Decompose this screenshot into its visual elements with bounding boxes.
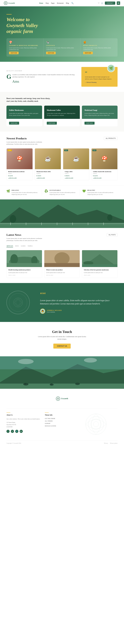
testimonial-avatar: 👩 [40, 308, 45, 314]
news-info-1: Where to taste our produce Lorem ipsum d… [44, 267, 80, 278]
navbar: Gwyneth Home Shop Pages Restaurant Blog … [0, 0, 124, 6]
product-badge-2: NEW [64, 150, 68, 151]
boost-card-title-1: Mushroom Coffee [47, 109, 77, 111]
boost-card-body-0: SHOP NOW [6, 119, 42, 126]
news-text-0: Lorem ipsum dolor sit amet per wisi [8, 272, 40, 274]
svg-rect-14 [72, 222, 73, 225]
search-icon[interactable]: 🔍 [71, 2, 73, 4]
add-to-cart-btn-0[interactable]: + ADD TO CART [8, 177, 31, 178]
nav-restaurant[interactable]: Restaurant [57, 2, 63, 4]
svg-rect-10 [10, 222, 11, 225]
svg-point-48 [91, 419, 101, 430]
menu-button[interactable] [117, 2, 120, 5]
contact-button[interactable]: CONTACT [105, 2, 115, 5]
testimonial-author-info: ANDREA WILSON OUR FARMER [47, 310, 62, 313]
footer-twitter-link[interactable]: 🐦 [15, 430, 18, 433]
hero-shop-btn-1[interactable]: SHOP NOW [46, 52, 56, 54]
product-info-2: Chaga coffee Grade A $ 10.0 $ + ADD TO C… [63, 169, 89, 180]
svg-point-47 [88, 416, 104, 432]
svg-rect-13 [57, 222, 57, 225]
footer-yellow-accent [6, 412, 10, 413]
all-posts-button[interactable]: ALL POSTS [107, 233, 118, 236]
nav-pages[interactable]: Pages [51, 2, 55, 4]
footer-logo: Gwyneth [56, 396, 68, 401]
svg-point-42 [18, 359, 34, 364]
nav-logo[interactable]: Gwyneth [4, 1, 15, 5]
add-to-cart-btn-3[interactable]: + ADD TO CART [93, 177, 116, 178]
feature-organic-title: ORGANIC [11, 190, 39, 191]
add-to-cart-btn-2[interactable]: + ADD TO CART [65, 177, 88, 178]
contact-button[interactable]: CONTACT US [53, 344, 71, 348]
product-card-2: ☕ NEW Chaga coffee Grade A $ 10.0 $ + AD… [63, 148, 89, 180]
nav-home[interactable]: Home [39, 2, 43, 4]
footer-terms-link[interactable]: Privacy [104, 442, 108, 444]
news-tab-0[interactable]: ARTICLES [6, 245, 13, 248]
footer-youtube-link[interactable]: ▶ [20, 430, 23, 433]
boost-card-coffee: Mushroom Coffee Lorem dolor sit amet nul… [44, 106, 80, 126]
footer-theme-link-0[interactable]: GET THIS THEME [45, 418, 79, 419]
quality-section: QUALITY ASSURED G wyneth is accessibilit… [0, 62, 124, 92]
product-image-2: ☕ NEW [63, 148, 89, 169]
quality-g: G [6, 74, 11, 80]
product-card-0: 🍄 SALE Reishi mushroom medicine Grade A … [6, 148, 33, 180]
farm-photo [0, 200, 124, 228]
nav-blog[interactable]: Blog [66, 2, 69, 4]
boost-shop-btn-1[interactable]: SHOP NOW [47, 122, 57, 124]
quality-right: 🌿 “ Lorem ipsum dolor sit amet saesupit … [81, 67, 118, 87]
testimonial-circle-inner [9, 294, 27, 312]
boost-shop-btn-0[interactable]: SHOP NOW [9, 122, 19, 124]
footer-theme-links: GET THIS THEME ALL THEMES SUPPORT MANAGE… [45, 418, 79, 427]
boost-card-body-2: SHOP NOW [82, 119, 118, 126]
footer-theme-link-3[interactable]: MANAGE LICENSE [45, 425, 79, 427]
feature-healthy-title: HEALTHY [87, 190, 115, 191]
product-grade-3: Grade A [93, 173, 116, 174]
product-info-1: Mushroom blend coffee Grade B $ 14.0 $ +… [35, 169, 61, 180]
footer-linkedin-link[interactable]: in [11, 430, 14, 433]
nav-shop[interactable]: Shop [46, 2, 49, 4]
quality-text: G wyneth is accessibility ready multi-pu… [6, 74, 76, 78]
product-name-1: Mushroom blend coffee [36, 171, 59, 172]
all-products-button[interactable]: ALL PRODUCTS [104, 137, 118, 140]
news-tab-1[interactable]: NEWS [15, 245, 19, 248]
boost-card-fungi: Medicinal Fungi Lorem dolor sit amet pra… [82, 106, 118, 126]
footer-privacy-link[interactable]: Privacy policy [110, 442, 118, 444]
footer: Gwyneth About Us Just a short sentence. … [0, 389, 124, 446]
logo-circle-icon [4, 1, 7, 5]
add-to-cart-btn-1[interactable]: + ADD TO CART [36, 177, 59, 178]
nav-links: Home Shop Pages Restaurant Blog 🔍 [39, 2, 73, 4]
footer-col-theme: Theme Info GET THIS THEME ALL THEMES SUP… [45, 412, 79, 436]
news-card-0: Health boosting mushroom products Lorem … [6, 250, 42, 278]
boost-card-text-1: Lorem dolor sit amet nulla ante eram. Ad… [47, 112, 77, 116]
news-tab-2[interactable]: GUIDES [21, 245, 26, 248]
farm-photo-inner [0, 200, 124, 228]
hero-accent-line [6, 14, 12, 14]
footer-facebook-link[interactable]: f [6, 430, 9, 433]
footer-theme-link-1[interactable]: ALL THEMES [45, 420, 79, 422]
feature-sustainable-content: SUSTAINABLE Lorem ipsum dolor sit amet s… [50, 190, 77, 196]
svg-point-1 [5, 3, 6, 3]
feature-organic: 🌿 ORGANIC Lorem ipsum dolor sit amet sol… [6, 190, 42, 196]
cart-icon[interactable]: 🛒 [101, 2, 103, 4]
news-tabs: ARTICLES NEWS GUIDES TEMPLE [6, 245, 118, 248]
news-tab-3[interactable]: TEMPLE [28, 245, 33, 248]
boost-card-edible: Edible Mushrooms Lorem dolor sit amet pr… [6, 106, 42, 126]
footer-about-text: Just a short sentence. This is just a de… [6, 418, 41, 420]
heart-icon[interactable]: ♡ [98, 2, 100, 4]
news-date-1: JULY 10, 2023 [46, 274, 78, 276]
contact-section: Get in Touch Lorem ipsum dolor sit amet … [0, 322, 124, 356]
hero-shop-btn-0[interactable]: SHOP NOW [9, 52, 19, 54]
product-name-0: Reishi mushroom medicine [8, 171, 31, 172]
product-grade-1: Grade B [36, 173, 59, 174]
footer-theme-link-2[interactable]: SUPPORT [45, 423, 79, 424]
product-name-3: Golden chanterelle mushroom [93, 171, 116, 172]
boost-card-title-0: Edible Mushrooms [9, 109, 40, 111]
features-strip: 🌿 ORGANIC Lorem ipsum dolor sit amet sol… [0, 186, 124, 200]
boost-shop-btn-2[interactable]: SHOP NOW [84, 122, 95, 124]
feature-organic-text: Lorem ipsum dolor sit amet sollicitudin … [11, 192, 39, 196]
bottom-photo-inner [0, 356, 124, 389]
product-info-3: Golden chanterelle mushroom Grade A $ 12… [91, 169, 118, 180]
boost-card-text-2: Lorem dolor sit amet pratat. Adipiscing … [84, 112, 115, 116]
quality-author: — Richard Manning [85, 82, 114, 83]
testimonial-quote-icon: ““ [40, 291, 118, 298]
news-date-0: JULY 11, 2023 [8, 274, 40, 276]
